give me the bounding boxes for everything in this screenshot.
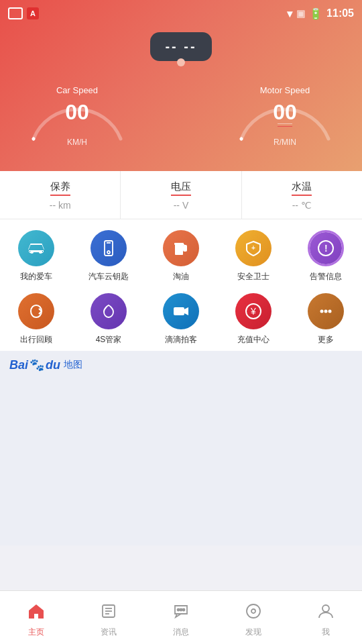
nav-news-label: 资讯: [101, 627, 117, 638]
nav-profile[interactable]: 我: [290, 597, 362, 638]
device-widget-text: -- --: [165, 39, 196, 54]
menu-item-trip[interactable]: 出行回顾: [0, 293, 72, 345]
motor-speed-dash: ——: [278, 119, 292, 127]
motor-speed-unit: R/MIN: [274, 138, 296, 147]
svg-point-28: [322, 605, 329, 612]
oil-icon: [163, 230, 199, 266]
svg-point-4: [107, 251, 110, 254]
baidu-text: Bai: [9, 358, 28, 372]
menu-label-trip: 出行回顾: [20, 334, 52, 345]
menu-label-video: 滴滴拍客: [165, 334, 197, 345]
stats-row: 保养 -- km 电压 -- V 水温 -- ℃: [0, 171, 362, 219]
more-icon: [308, 293, 344, 329]
wifi-icon: ▾: [287, 7, 292, 20]
nav-profile-label: 我: [322, 627, 330, 638]
car-speed-gauge: Car Speed 00 KM/H: [20, 78, 134, 152]
menu-label-oil: 淘油: [173, 271, 189, 282]
menu-label-more: 更多: [318, 334, 334, 345]
message-icon: [172, 602, 190, 624]
svg-text:¥: ¥: [250, 306, 256, 317]
nav-news[interactable]: 资讯: [72, 597, 145, 638]
menu-item-4s[interactable]: 4S管家: [72, 293, 145, 345]
menu-item-charge[interactable]: ¥ 充值中心: [217, 293, 290, 345]
svg-rect-5: [175, 244, 183, 255]
menu-label-shield: 安全卫士: [237, 271, 269, 282]
baidu-du: du: [46, 358, 60, 372]
motor-speed-label: Motor Speed: [260, 85, 310, 95]
signal-icon: ▣: [296, 8, 305, 19]
mycar-icon: [18, 230, 54, 266]
svg-point-25: [183, 609, 185, 611]
svg-point-23: [178, 609, 180, 611]
svg-marker-13: [184, 307, 188, 315]
svg-rect-6: [174, 243, 184, 245]
svg-rect-7: [183, 245, 187, 252]
menu-grid: 我的爱车 汽车云钥匙 淘油 + 安全卫士 ! 告警信息 出行回顾 4S管家: [0, 219, 362, 351]
video-icon: [163, 293, 199, 329]
svg-rect-8: [183, 244, 184, 246]
car-speed-unit: KM/H: [67, 138, 87, 147]
menu-label-charge: 充值中心: [237, 334, 269, 345]
motor-speed-gauge: Motor Speed 00 —— R/MIN: [228, 78, 342, 152]
menu-label-carkey: 汽车云钥匙: [88, 271, 129, 282]
menu-item-more[interactable]: 更多: [290, 293, 362, 345]
svg-point-26: [247, 604, 260, 618]
stat-maintenance-title: 保养: [50, 180, 70, 196]
menu-item-video[interactable]: 滴滴拍客: [145, 293, 217, 345]
red-box-icon: A: [27, 7, 39, 19]
carkey-icon: [90, 230, 127, 266]
svg-text:!: !: [324, 243, 328, 254]
menu-item-oil[interactable]: 淘油: [145, 230, 217, 282]
baidu-paw-icon: 🐾: [29, 358, 44, 372]
nav-message[interactable]: 消息: [145, 597, 217, 638]
gauges-row: Car Speed 00 KM/H Motor Speed 00 —— R/MI…: [0, 69, 362, 152]
car-speed-value: 00: [65, 100, 89, 125]
nav-discover-label: 发现: [245, 627, 261, 638]
stat-temperature-title: 水温: [292, 180, 312, 196]
menu-label-mycar: 我的爱车: [20, 271, 52, 282]
news-icon: [100, 602, 117, 624]
stat-temperature-value: -- ℃: [247, 200, 357, 211]
svg-point-1: [39, 250, 42, 254]
stat-voltage-title: 电压: [171, 180, 191, 196]
menu-label-alert: 告警信息: [310, 271, 342, 282]
nav-discover[interactable]: 发现: [217, 597, 290, 638]
motor-speed-gauge-container: Motor Speed 00 —— R/MIN: [231, 78, 339, 152]
discover-icon: [245, 602, 262, 624]
status-right: ▾ ▣ 🔋 11:05: [287, 7, 354, 20]
4s-icon: [90, 293, 127, 329]
svg-point-24: [180, 609, 182, 611]
stat-maintenance: 保养 -- km: [0, 171, 121, 219]
menu-item-shield[interactable]: + 安全卫士: [217, 230, 290, 282]
stat-voltage: 电压 -- V: [121, 171, 241, 219]
bottom-nav: 主页 资讯 消息 发现 我: [0, 590, 362, 644]
content-area: Bai 🐾 du 地图: [0, 351, 362, 545]
svg-text:+: +: [251, 244, 255, 252]
svg-point-0: [30, 250, 34, 254]
status-bar: A ▾ ▣ 🔋 11:05: [0, 0, 362, 27]
stat-maintenance-value: -- km: [5, 200, 115, 211]
svg-point-18: [328, 310, 332, 313]
car-speed-label: Car Speed: [56, 85, 98, 95]
svg-point-16: [320, 310, 324, 313]
map-watermark: Bai 🐾 du 地图: [0, 351, 362, 379]
nav-message-label: 消息: [173, 627, 189, 638]
status-left: A: [8, 7, 39, 19]
device-widget[interactable]: -- --: [150, 32, 211, 61]
profile-icon: [317, 602, 335, 624]
svg-point-27: [251, 609, 255, 613]
battery-icon: 🔋: [309, 7, 322, 20]
nav-home-label: 主页: [28, 627, 44, 638]
charge-icon: ¥: [235, 293, 272, 329]
menu-label-4s: 4S管家: [96, 334, 122, 345]
nav-home[interactable]: 主页: [0, 597, 72, 638]
map-label: 地图: [64, 359, 82, 371]
menu-item-carkey[interactable]: 汽车云钥匙: [72, 230, 145, 282]
trip-icon: [18, 293, 54, 329]
white-box-icon: [8, 7, 23, 19]
car-speed-gauge-container: Car Speed 00 KM/H: [23, 78, 131, 152]
alert-icon: !: [308, 230, 344, 266]
menu-item-mycar[interactable]: 我的爱车: [0, 230, 72, 282]
menu-item-alert[interactable]: ! 告警信息: [290, 230, 362, 282]
svg-rect-12: [174, 307, 184, 315]
